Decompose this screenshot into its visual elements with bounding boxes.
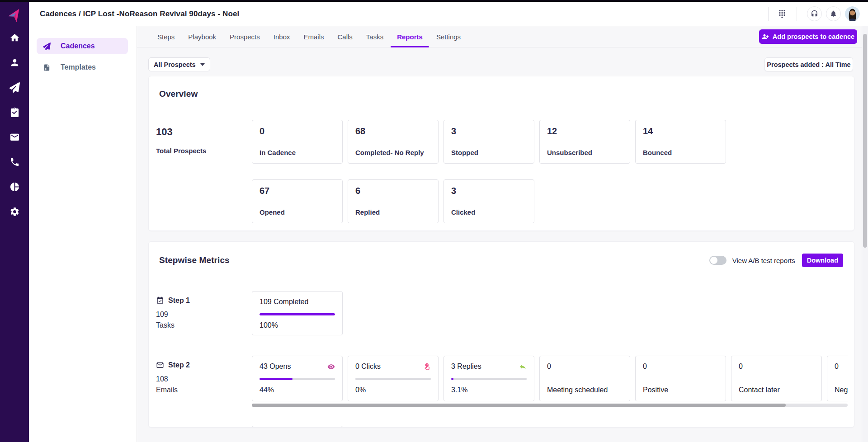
stat-value: 12 <box>547 126 623 136</box>
sidebar-item-label: Cadences <box>61 42 95 50</box>
progress-percent: 44% <box>259 386 335 394</box>
tab-reports[interactable]: Reports <box>390 26 429 47</box>
metric-title: 0 <box>835 362 839 371</box>
user-avatar[interactable] <box>845 6 860 21</box>
download-button[interactable]: Download <box>802 254 843 267</box>
headset-icon <box>811 10 818 18</box>
clipboard-check-icon <box>9 107 20 118</box>
stat-label: Opened <box>259 208 335 216</box>
stat-label: Bounced <box>643 149 718 156</box>
rail-item-prospects[interactable] <box>5 53 24 71</box>
tab-calls[interactable]: Calls <box>331 26 359 47</box>
progress-percent: 3.1% <box>451 386 527 394</box>
stat-card: 0 In Cadence <box>252 120 343 164</box>
sidebar-item-templates[interactable]: Templates <box>37 59 128 75</box>
step-count: 108 <box>156 375 190 383</box>
app-logo-icon[interactable] <box>6 8 23 24</box>
tab-inbox[interactable]: Inbox <box>267 26 297 47</box>
metric-card: 0 Negative <box>827 356 848 401</box>
tab-tasks[interactable]: Tasks <box>359 26 390 47</box>
file-icon <box>43 64 51 71</box>
stepwise-metrics-panel: Stepwise Metrics View A/B test reports D… <box>148 241 854 428</box>
tab-playbook[interactable]: Playbook <box>181 26 223 47</box>
stat-card: 14 Bounced <box>635 120 726 164</box>
rail-item-emails[interactable] <box>5 128 24 146</box>
horizontal-scrollbar-thumb[interactable] <box>252 404 786 407</box>
stat-value: 6 <box>355 186 431 196</box>
stat-label: Clicked <box>451 208 527 216</box>
ab-test-toggle[interactable] <box>709 256 726 265</box>
stat-card: 12 Unsubscribed <box>539 120 630 164</box>
vertical-scrollbar-thumb[interactable] <box>863 34 867 248</box>
toggle-knob <box>710 257 717 264</box>
dialpad-icon[interactable] <box>778 9 787 19</box>
mail-outline-icon <box>156 361 164 369</box>
horizontal-scrollbar[interactable] <box>252 404 848 407</box>
tap-icon <box>423 363 431 371</box>
metric-title: 0 <box>643 362 647 371</box>
tabs: StepsPlaybookProspectsInboxEmailsCallsTa… <box>151 26 467 47</box>
metric-title: 3 Replies <box>451 362 481 371</box>
header-divider <box>797 7 797 21</box>
metric-label: Positive <box>643 386 718 394</box>
phone-icon <box>9 157 20 167</box>
avatar-image <box>845 6 860 21</box>
tab-emails[interactable]: Emails <box>297 26 330 47</box>
metric-title: 0 <box>739 362 743 371</box>
send-icon <box>9 82 20 93</box>
step-cards: 109 Completed 100% <box>252 291 848 335</box>
rail-item-tasks[interactable] <box>5 103 24 121</box>
step-cards: 43 Opens 44% 0 Clicks 0% 3 Replies 3.1% … <box>252 356 848 401</box>
stat-value: 68 <box>355 126 431 136</box>
step-info: Step 1 109 Tasks <box>156 296 190 329</box>
app-icon-rail <box>0 2 29 442</box>
rail-item-settings[interactable] <box>5 202 24 221</box>
stat-value: 67 <box>259 186 335 196</box>
ab-test-toggle-label: View A/B test reports <box>732 257 795 264</box>
tab-bar: StepsPlaybookProspectsInboxEmailsCallsTa… <box>137 26 868 47</box>
support-button[interactable] <box>807 6 822 21</box>
rail-item-calls[interactable] <box>5 153 24 171</box>
tab-settings[interactable]: Settings <box>429 26 467 47</box>
step-info: Step 2 108 Emails <box>156 361 190 394</box>
step-count: 109 <box>156 310 190 319</box>
rail-item-cadences[interactable] <box>5 78 24 96</box>
stat-label: Replied <box>355 208 431 216</box>
stat-value: 3 <box>451 126 527 136</box>
tab-steps[interactable]: Steps <box>151 26 181 47</box>
stat-card: 6 Replied <box>348 179 439 223</box>
vertical-scrollbar[interactable] <box>862 26 868 442</box>
metric-card: 43 Opens 44% <box>252 356 343 401</box>
metric-card: 0 Clicks 0% <box>348 356 439 401</box>
stepwise-controls: View A/B test reports Download <box>709 254 843 267</box>
metric-card: 0 Meeting scheduled <box>539 356 630 401</box>
sidebar-item-label: Templates <box>61 63 96 71</box>
stat-label: In Cadence <box>259 149 335 156</box>
main-content: StepsPlaybookProspectsInboxEmailsCallsTa… <box>137 26 868 442</box>
date-range-chip[interactable]: Prospects added : All Time <box>764 57 853 71</box>
tab-prospects[interactable]: Prospects <box>223 26 267 47</box>
progress-fill <box>259 378 292 380</box>
metric-label: Contact later <box>739 386 814 394</box>
calendar-check-icon <box>156 296 164 305</box>
stat-card: 3 Clicked <box>443 179 534 223</box>
total-prospects: 103 Total Prospects <box>156 126 206 155</box>
stat-label: Completed- No Reply <box>355 149 431 156</box>
rail-item-home[interactable] <box>5 28 24 47</box>
rail-item-reports[interactable] <box>5 178 24 196</box>
overview-panel: Overview 103 Total Prospects 0 In Cadenc… <box>148 76 854 231</box>
metric-title: 0 Clicks <box>355 362 381 371</box>
prospects-filter-dropdown[interactable]: All Prospects <box>148 57 210 71</box>
step-name: Step 1 <box>168 296 190 305</box>
add-prospects-button[interactable]: Add prospects to cadence <box>759 29 857 44</box>
metric-title: 109 Completed <box>259 298 309 306</box>
pie-chart-icon <box>9 182 20 192</box>
progress-bar <box>259 313 335 315</box>
sidebar-item-cadences[interactable]: Cadences <box>37 38 128 54</box>
send-icon <box>43 42 51 50</box>
eye-icon <box>327 363 335 371</box>
notifications-button[interactable] <box>826 6 841 21</box>
stat-card: 68 Completed- No Reply <box>348 120 439 164</box>
step-unit: Tasks <box>156 321 190 329</box>
next-step-card-partial <box>252 426 343 428</box>
